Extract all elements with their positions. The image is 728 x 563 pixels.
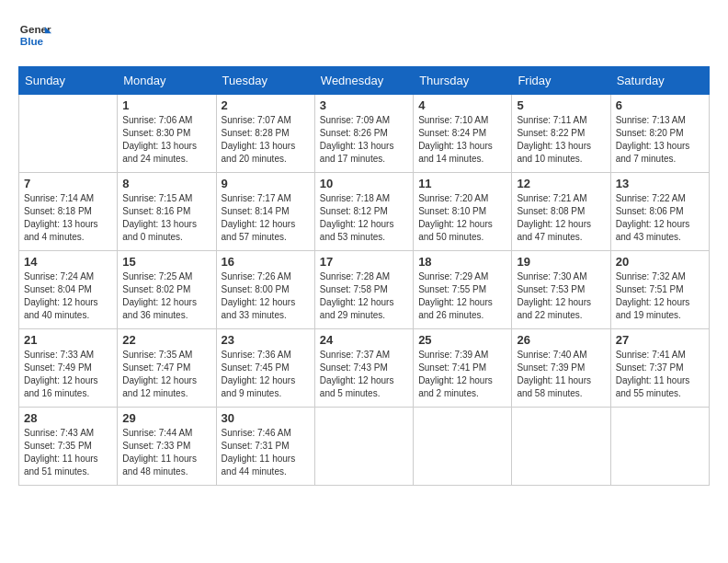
calendar-cell: 8Sunrise: 7:15 AM Sunset: 8:16 PM Daylig… — [118, 173, 216, 251]
day-number: 4 — [418, 98, 506, 112]
day-number: 19 — [517, 255, 605, 269]
day-info: Sunrise: 7:09 AM Sunset: 8:26 PM Dayligh… — [320, 114, 408, 166]
day-number: 22 — [122, 333, 210, 347]
calendar-cell: 29Sunrise: 7:44 AM Sunset: 7:33 PM Dayli… — [118, 408, 216, 486]
calendar-cell: 11Sunrise: 7:20 AM Sunset: 8:10 PM Dayli… — [414, 173, 512, 251]
calendar-cell: 7Sunrise: 7:14 AM Sunset: 8:18 PM Daylig… — [19, 173, 118, 251]
day-info: Sunrise: 7:15 AM Sunset: 8:16 PM Dayligh… — [122, 192, 210, 244]
day-number: 10 — [320, 177, 408, 190]
day-info: Sunrise: 7:22 AM Sunset: 8:06 PM Dayligh… — [616, 192, 704, 244]
day-number: 30 — [222, 411, 310, 425]
day-number: 3 — [320, 98, 408, 112]
calendar-cell: 15Sunrise: 7:25 AM Sunset: 8:02 PM Dayli… — [118, 251, 216, 329]
day-info: Sunrise: 7:33 AM Sunset: 7:49 PM Dayligh… — [24, 349, 112, 400]
day-info: Sunrise: 7:13 AM Sunset: 8:20 PM Dayligh… — [616, 114, 704, 166]
calendar-cell: 21Sunrise: 7:33 AM Sunset: 7:49 PM Dayli… — [19, 329, 118, 408]
day-info: Sunrise: 7:44 AM Sunset: 7:33 PM Dayligh… — [122, 427, 210, 478]
calendar-cell: 18Sunrise: 7:29 AM Sunset: 7:55 PM Dayli… — [414, 251, 512, 329]
calendar-cell: 17Sunrise: 7:28 AM Sunset: 7:58 PM Dayli… — [314, 251, 413, 329]
day-number: 29 — [122, 411, 210, 425]
day-number: 5 — [517, 98, 605, 112]
calendar-table: SundayMondayTuesdayWednesdayThursdayFrid… — [18, 66, 710, 486]
day-info: Sunrise: 7:11 AM Sunset: 8:22 PM Dayligh… — [517, 114, 605, 166]
logo: General Blue — [18, 18, 51, 52]
weekday-header-friday: Friday — [512, 67, 610, 95]
day-info: Sunrise: 7:25 AM Sunset: 8:02 PM Dayligh… — [122, 270, 210, 322]
calendar-cell: 1Sunrise: 7:06 AM Sunset: 8:30 PM Daylig… — [118, 95, 216, 173]
calendar-week-3: 14Sunrise: 7:24 AM Sunset: 8:04 PM Dayli… — [19, 251, 710, 329]
calendar-cell: 30Sunrise: 7:46 AM Sunset: 7:31 PM Dayli… — [216, 408, 314, 486]
day-info: Sunrise: 7:26 AM Sunset: 8:00 PM Dayligh… — [222, 270, 310, 322]
calendar-cell: 9Sunrise: 7:17 AM Sunset: 8:14 PM Daylig… — [216, 173, 314, 251]
calendar-cell: 14Sunrise: 7:24 AM Sunset: 8:04 PM Dayli… — [19, 251, 118, 329]
day-info: Sunrise: 7:30 AM Sunset: 7:53 PM Dayligh… — [517, 270, 605, 322]
day-number: 26 — [517, 333, 605, 347]
day-number: 24 — [320, 333, 408, 347]
calendar-cell: 24Sunrise: 7:37 AM Sunset: 7:43 PM Dayli… — [314, 329, 413, 408]
day-info: Sunrise: 7:35 AM Sunset: 7:47 PM Dayligh… — [122, 349, 210, 400]
day-info: Sunrise: 7:14 AM Sunset: 8:18 PM Dayligh… — [24, 192, 112, 244]
calendar-cell — [610, 408, 709, 486]
day-number: 25 — [418, 333, 506, 347]
day-info: Sunrise: 7:40 AM Sunset: 7:39 PM Dayligh… — [517, 349, 605, 400]
day-number: 6 — [616, 98, 704, 112]
day-number: 18 — [418, 255, 506, 269]
weekday-header-saturday: Saturday — [610, 67, 709, 95]
weekday-header-wednesday: Wednesday — [314, 67, 413, 95]
day-number: 11 — [418, 177, 506, 190]
day-info: Sunrise: 7:07 AM Sunset: 8:28 PM Dayligh… — [222, 114, 310, 166]
day-number: 12 — [517, 177, 605, 190]
logo-icon: General Blue — [18, 18, 51, 52]
calendar-week-5: 28Sunrise: 7:43 AM Sunset: 7:35 PM Dayli… — [19, 408, 710, 486]
day-number: 21 — [24, 333, 112, 347]
weekday-header-tuesday: Tuesday — [216, 67, 314, 95]
day-number: 20 — [616, 255, 704, 269]
calendar-cell: 5Sunrise: 7:11 AM Sunset: 8:22 PM Daylig… — [512, 95, 610, 173]
day-info: Sunrise: 7:28 AM Sunset: 7:58 PM Dayligh… — [320, 270, 408, 322]
day-info: Sunrise: 7:32 AM Sunset: 7:51 PM Dayligh… — [616, 270, 704, 322]
day-info: Sunrise: 7:17 AM Sunset: 8:14 PM Dayligh… — [222, 192, 310, 244]
day-number: 7 — [24, 177, 112, 190]
calendar-cell — [512, 408, 610, 486]
day-info: Sunrise: 7:39 AM Sunset: 7:41 PM Dayligh… — [418, 349, 506, 400]
day-info: Sunrise: 7:20 AM Sunset: 8:10 PM Dayligh… — [418, 192, 506, 244]
day-number: 13 — [616, 177, 704, 190]
calendar-cell: 23Sunrise: 7:36 AM Sunset: 7:45 PM Dayli… — [216, 329, 314, 408]
day-number: 16 — [222, 255, 310, 269]
day-number: 9 — [222, 177, 310, 190]
svg-text:Blue: Blue — [20, 35, 44, 47]
day-info: Sunrise: 7:10 AM Sunset: 8:24 PM Dayligh… — [418, 114, 506, 166]
calendar-cell — [414, 408, 512, 486]
calendar-cell: 19Sunrise: 7:30 AM Sunset: 7:53 PM Dayli… — [512, 251, 610, 329]
calendar-cell: 6Sunrise: 7:13 AM Sunset: 8:20 PM Daylig… — [610, 95, 709, 173]
day-info: Sunrise: 7:41 AM Sunset: 7:37 PM Dayligh… — [616, 349, 704, 400]
weekday-header-row: SundayMondayTuesdayWednesdayThursdayFrid… — [19, 67, 710, 95]
day-info: Sunrise: 7:46 AM Sunset: 7:31 PM Dayligh… — [222, 427, 310, 478]
calendar-cell: 20Sunrise: 7:32 AM Sunset: 7:51 PM Dayli… — [610, 251, 709, 329]
day-info: Sunrise: 7:21 AM Sunset: 8:08 PM Dayligh… — [517, 192, 605, 244]
day-number: 17 — [320, 255, 408, 269]
calendar-week-2: 7Sunrise: 7:14 AM Sunset: 8:18 PM Daylig… — [19, 173, 710, 251]
calendar-cell: 10Sunrise: 7:18 AM Sunset: 8:12 PM Dayli… — [314, 173, 413, 251]
day-number: 28 — [24, 411, 112, 425]
calendar-cell: 22Sunrise: 7:35 AM Sunset: 7:47 PM Dayli… — [118, 329, 216, 408]
calendar-cell: 4Sunrise: 7:10 AM Sunset: 8:24 PM Daylig… — [414, 95, 512, 173]
page-header: General Blue — [18, 18, 710, 52]
calendar-cell: 28Sunrise: 7:43 AM Sunset: 7:35 PM Dayli… — [19, 408, 118, 486]
calendar-cell: 16Sunrise: 7:26 AM Sunset: 8:00 PM Dayli… — [216, 251, 314, 329]
weekday-header-sunday: Sunday — [19, 67, 118, 95]
day-info: Sunrise: 7:36 AM Sunset: 7:45 PM Dayligh… — [222, 349, 310, 400]
day-info: Sunrise: 7:06 AM Sunset: 8:30 PM Dayligh… — [122, 114, 210, 166]
day-number: 27 — [616, 333, 704, 347]
calendar-cell: 26Sunrise: 7:40 AM Sunset: 7:39 PM Dayli… — [512, 329, 610, 408]
day-info: Sunrise: 7:37 AM Sunset: 7:43 PM Dayligh… — [320, 349, 408, 400]
calendar-cell: 13Sunrise: 7:22 AM Sunset: 8:06 PM Dayli… — [610, 173, 709, 251]
calendar-cell: 25Sunrise: 7:39 AM Sunset: 7:41 PM Dayli… — [414, 329, 512, 408]
calendar-cell: 12Sunrise: 7:21 AM Sunset: 8:08 PM Dayli… — [512, 173, 610, 251]
calendar-cell — [19, 95, 118, 173]
day-number: 14 — [24, 255, 112, 269]
day-info: Sunrise: 7:24 AM Sunset: 8:04 PM Dayligh… — [24, 270, 112, 322]
weekday-header-thursday: Thursday — [414, 67, 512, 95]
calendar-week-4: 21Sunrise: 7:33 AM Sunset: 7:49 PM Dayli… — [19, 329, 710, 408]
day-number: 8 — [122, 177, 210, 190]
